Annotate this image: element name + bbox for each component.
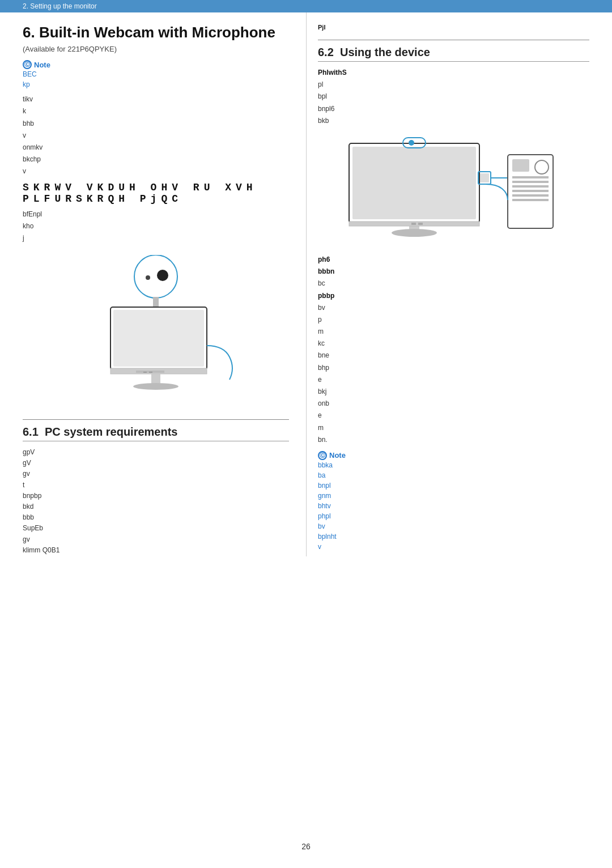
svg-point-0 — [134, 255, 177, 298]
subsection-61: 6.1 PC system requirements gpV gV gv t b… — [23, 426, 289, 556]
note-box-right: Ⓒ Note bbka ba bnpl gnm bhtv phpl bv bpl… — [318, 451, 589, 552]
note-line-2: kp — [23, 79, 289, 90]
sec2-line-7: kc — [318, 338, 589, 349]
svg-rect-18 — [418, 223, 423, 225]
section-title: 6. Built-in Webcam with Microphone — [23, 24, 289, 41]
note-right-line-3: gnm — [318, 491, 589, 501]
svg-point-11 — [133, 383, 178, 390]
svg-point-26 — [535, 160, 549, 174]
note-icon-left: Ⓒ — [23, 60, 32, 69]
req-line-3: t — [23, 480, 289, 491]
breadcrumb-text: 2. Setting up the monitor — [23, 2, 97, 10]
note-right-line-0: bbka — [318, 460, 589, 470]
using-line-2: bpl — [318, 91, 589, 102]
main-content: 6. Built-in Webcam with Microphone (Avai… — [0, 12, 612, 556]
svg-rect-9 — [149, 372, 152, 373]
svg-rect-27 — [512, 176, 549, 178]
svg-rect-17 — [411, 223, 416, 225]
note-right-line-4: bhtv — [318, 501, 589, 511]
availability-text: (Available for 221P6QPYKE) — [23, 45, 289, 53]
section-divider-61 — [23, 419, 289, 420]
note-right-line-7: bplnht — [318, 531, 589, 542]
req-line-2: gv — [23, 469, 289, 479]
note-right-line-5: phpl — [318, 511, 589, 521]
note-right-line-1: ba — [318, 470, 589, 480]
req-line-8: gv — [23, 534, 289, 545]
svg-rect-30 — [512, 190, 549, 192]
using-line-0: PhlwithS — [318, 67, 589, 78]
body-line-3: v — [23, 130, 289, 141]
svg-rect-3 — [153, 297, 159, 307]
body-line-2: bhb — [23, 118, 289, 129]
body-line-5: bkchp — [23, 154, 289, 165]
note-label-left: Ⓒ Note — [23, 60, 289, 69]
svg-rect-5 — [113, 310, 204, 367]
svg-rect-32 — [512, 199, 549, 201]
svg-rect-13 — [352, 147, 476, 219]
right-column: Pjl 6.2 Using the device PhlwithS pl bpl… — [306, 12, 589, 556]
subsection-61-title: 6.1 PC system requirements — [23, 426, 289, 441]
sec2-line-11: bkj — [318, 386, 589, 397]
sec2-line-8: bne — [318, 350, 589, 361]
monitor-illustration — [23, 255, 289, 402]
using-line-4: bkb — [318, 116, 589, 126]
page-number: 26 — [301, 842, 311, 851]
sec2-line-2: bc — [318, 278, 589, 289]
svg-point-2 — [146, 275, 150, 280]
sec2-line-15: bn. — [318, 435, 589, 445]
sec2-line-10: e — [318, 375, 589, 385]
sec2-line-4: bv — [318, 303, 589, 313]
svg-rect-28 — [512, 181, 549, 183]
sec2-line-12: onb — [318, 398, 589, 409]
req-line-0: gpV — [23, 447, 289, 458]
note-right-line-8: v — [318, 542, 589, 552]
left-column: 6. Built-in Webcam with Microphone (Avai… — [23, 12, 306, 556]
section-title-block: 6. Built-in Webcam with Microphone — [23, 24, 289, 41]
note-box-left: Ⓒ Note BEC kp — [23, 60, 289, 90]
body-line-0: tikv — [23, 94, 289, 105]
breadcrumb: 2. Setting up the monitor — [0, 0, 612, 12]
extra-line-0: bfEnpl — [23, 209, 289, 220]
svg-rect-25 — [512, 159, 529, 172]
page-container: 2. Setting up the monitor 6. Built-in We… — [0, 0, 612, 868]
diagram-svg — [332, 132, 576, 245]
extra-line-2: j — [23, 233, 289, 244]
monitor-svg — [76, 255, 235, 402]
req-line-7: SupEb — [23, 523, 289, 534]
sec2-line-3: pbbp — [318, 291, 589, 301]
svg-rect-8 — [143, 372, 147, 373]
using-line-1: pl — [318, 79, 589, 90]
svg-rect-31 — [512, 194, 549, 197]
body-line-1: k — [23, 106, 289, 117]
svg-point-15 — [392, 229, 437, 237]
req-line-6: bbb — [23, 512, 289, 523]
body-line-6: v — [23, 166, 289, 177]
svg-point-20 — [409, 140, 414, 146]
svg-point-1 — [157, 270, 168, 281]
diagram-area — [318, 132, 589, 245]
using-line-3: bnpl6 — [318, 104, 589, 114]
top-right-label: Pjl — [318, 24, 589, 31]
sec2-line-13: e — [318, 410, 589, 421]
note-line-1: BEC — [23, 69, 289, 79]
note-right-line-6: bv — [318, 521, 589, 531]
sec2-line-0: ph6 — [318, 254, 589, 265]
sec2-line-9: bhp — [318, 363, 589, 373]
sec2-line-14: m — [318, 423, 589, 433]
note-label-right: Ⓒ Note — [318, 451, 589, 460]
req-line-5: bkd — [23, 501, 289, 512]
extra-line-1: kho — [23, 221, 289, 232]
sec2-line-5: p — [318, 314, 589, 325]
section-divider-62 — [318, 40, 589, 40]
sec2-line-1: bbbn — [318, 266, 589, 277]
svg-rect-29 — [512, 185, 549, 188]
body-line-4: onmkv — [23, 142, 289, 153]
note-icon-right: Ⓒ — [318, 451, 327, 460]
svg-rect-22 — [480, 173, 489, 182]
req-line-9: klimm Q0B1 — [23, 545, 289, 556]
req-line-1: gV — [23, 458, 289, 469]
sec2-line-6: m — [318, 326, 589, 337]
req-line-4: bnpbp — [23, 491, 289, 501]
large-text-line: SKRWV VKDUH OHV RU XVH PLFURSKRQH PjQC — [23, 182, 289, 205]
note-right-line-2: bnpl — [318, 480, 589, 491]
